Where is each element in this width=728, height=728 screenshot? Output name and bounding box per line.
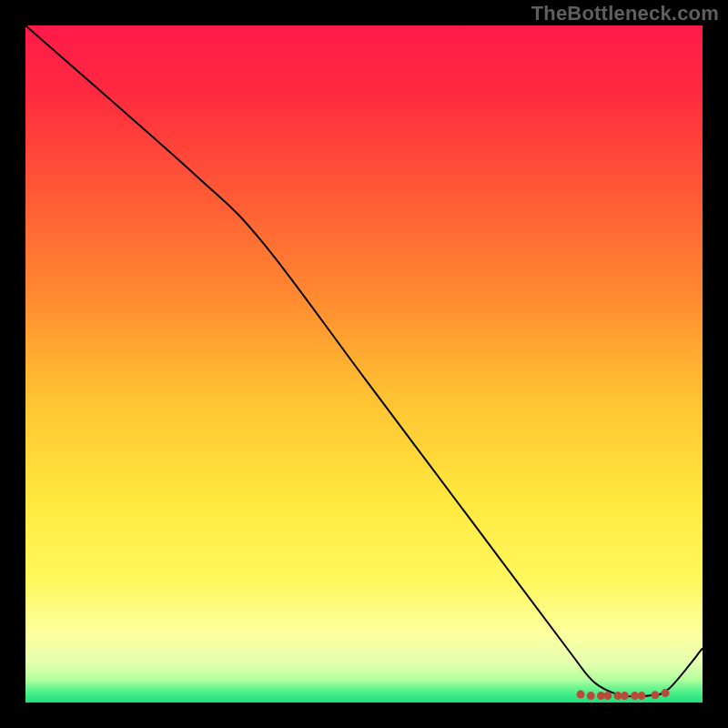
marker-dot: [577, 691, 585, 699]
watermark-text: TheBottleneck.com: [531, 2, 719, 25]
marker-dot: [587, 692, 595, 700]
marker-dot: [638, 692, 646, 700]
marker-dot: [621, 692, 629, 700]
marker-dot: [603, 692, 612, 700]
marker-dot: [651, 691, 659, 699]
chart-frame: TheBottleneck.com: [0, 0, 728, 728]
chart-svg: [25, 25, 703, 703]
marker-dot: [662, 689, 670, 697]
gradient-background: [25, 25, 703, 703]
plot-area: [25, 25, 703, 703]
